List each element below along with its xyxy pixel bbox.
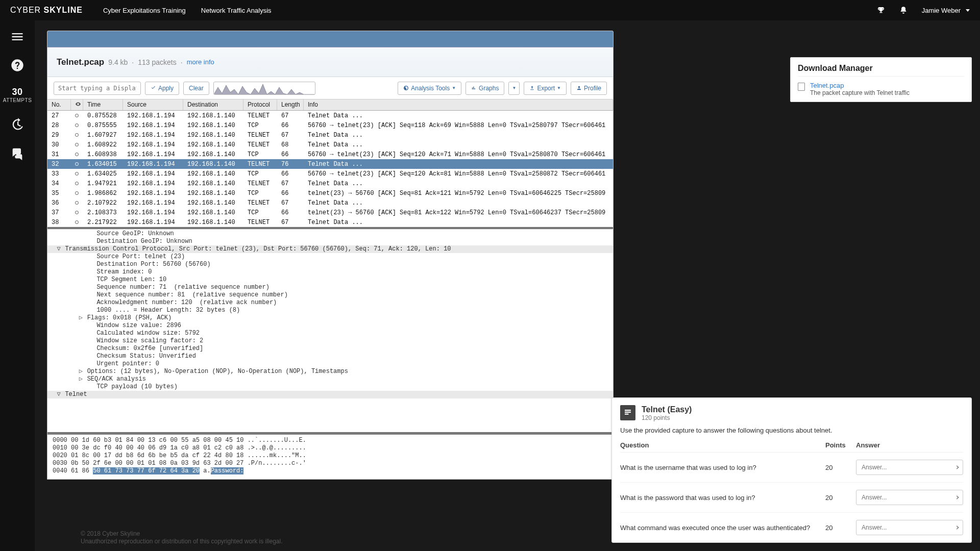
table-row[interactable]: 331.634025192.168.1.194192.168.1.140TCP6… xyxy=(47,169,613,179)
question-points: 20 xyxy=(825,524,856,532)
question-points: 20 xyxy=(825,494,856,502)
detail-line[interactable]: Source GeoIP: Unknown xyxy=(47,230,613,238)
detail-line[interactable]: Source Port: telnet (23) xyxy=(47,253,613,261)
detail-line[interactable]: Window size value: 2896 xyxy=(47,322,613,330)
hex-line[interactable]: 0010 00 3e dc f0 40 00 40 06 d9 1a c0 a8… xyxy=(53,444,608,452)
table-row[interactable]: 311.608938192.168.1.194192.168.1.140TCP6… xyxy=(47,149,613,159)
submit-arrow-icon[interactable] xyxy=(952,493,960,502)
question-text: What is the username that was used to lo… xyxy=(620,464,825,471)
chat-icon[interactable] xyxy=(10,146,24,160)
bell-icon[interactable] xyxy=(899,6,908,14)
submit-arrow-icon[interactable] xyxy=(952,523,960,532)
detail-line[interactable]: ▽ Telnet xyxy=(47,391,613,398)
detail-line[interactable]: TCP payload (10 bytes) xyxy=(47,383,613,391)
attempts-counter: 30 ATTEMPTS xyxy=(3,87,32,103)
file-icon xyxy=(798,83,805,91)
detail-line[interactable]: ▽ Transmission Control Protocol, Src Por… xyxy=(47,245,613,253)
analyzer-titlebar xyxy=(47,31,613,47)
analysis-tools-button[interactable]: Analysis Tools ▼ xyxy=(398,82,461,95)
graphs-button[interactable]: Graphs xyxy=(465,82,504,95)
side-rail: 30 ATTEMPTS xyxy=(0,20,35,551)
detail-line[interactable]: ▷ Options: (12 bytes), No-Operation (NOP… xyxy=(47,368,613,375)
nav-link-cyber-exploit[interactable]: Cyber Exploitations Training xyxy=(103,7,186,14)
detail-line[interactable]: TCP Segment Len: 10 xyxy=(47,276,613,284)
eye-icon xyxy=(75,101,81,107)
graphs-dropdown[interactable]: ▼ xyxy=(508,82,520,95)
answer-input[interactable] xyxy=(856,490,963,505)
nav-link-network-traffic[interactable]: Network Traffic Analysis xyxy=(201,7,272,14)
filename: Telnet.pcap xyxy=(57,57,104,67)
hex-line[interactable]: 0000 00 1d 60 b3 01 84 00 13 c6 00 55 a5… xyxy=(53,437,608,444)
table-row[interactable]: 341.947921192.168.1.194192.168.1.140TELN… xyxy=(47,179,613,188)
question-points: 20 xyxy=(825,464,856,471)
file-size: 9.4 kb xyxy=(108,58,128,66)
more-info-link[interactable]: more info xyxy=(187,58,214,66)
file-header: Telnet.pcap 9.4 kb · 113 packets · more … xyxy=(47,47,613,77)
menu-icon[interactable] xyxy=(10,30,24,44)
table-row[interactable]: 280.875555192.168.1.194192.168.1.140TCP6… xyxy=(47,120,613,130)
page-footer: © 2018 Cyber Skyline Unauthorized reprod… xyxy=(81,530,283,546)
detail-line[interactable]: ▷ SEQ/ACK analysis xyxy=(47,375,613,383)
detail-line[interactable]: Urgent pointer: 0 xyxy=(47,360,613,368)
challenge-icon xyxy=(620,405,635,420)
detail-line[interactable]: Destination GeoIP: Unknown xyxy=(47,238,613,245)
profile-button[interactable]: Profile xyxy=(571,82,607,95)
main-area: Telnet.pcap 9.4 kb · 113 packets · more … xyxy=(35,20,980,551)
detail-line[interactable]: Acknowledgment number: 120 (relative ack… xyxy=(47,299,613,307)
packet-details[interactable]: Source GeoIP: Unknown Destination GeoIP:… xyxy=(47,229,613,432)
detail-line[interactable]: Checksum: 0x2f6e [unverified] xyxy=(47,345,613,353)
hex-line[interactable]: 0040 61 86 50 61 73 73 77 6f 72 64 3a 20… xyxy=(53,467,608,475)
hex-line[interactable]: 0030 0b 50 2f 6e 00 00 01 01 08 0a 03 9d… xyxy=(53,460,608,467)
hex-dump[interactable]: 0000 00 1d 60 b3 01 84 00 13 c6 00 55 a5… xyxy=(47,434,613,479)
challenge-title: Telnet (Easy) xyxy=(642,405,692,414)
detail-line[interactable]: Next sequence number: 81 (relative seque… xyxy=(47,291,613,299)
question-row: What is the password that was used to lo… xyxy=(620,483,963,513)
apply-button[interactable]: Apply xyxy=(145,82,179,95)
table-row[interactable]: 382.217922192.168.1.194192.168.1.140TELN… xyxy=(47,217,613,227)
hex-line[interactable]: 0020 01 8c 00 17 dd b8 6d 6b be b5 da cf… xyxy=(53,452,608,460)
topbar: CYBER SKYLINE Cyber Exploitations Traini… xyxy=(0,0,980,20)
table-row[interactable]: 372.108373192.168.1.194192.168.1.140TCP6… xyxy=(47,208,613,217)
table-row[interactable]: 270.875528192.168.1.194192.168.1.140TELN… xyxy=(47,111,613,120)
table-row[interactable]: 301.608922192.168.1.194192.168.1.140TELN… xyxy=(47,140,613,149)
trophy-icon[interactable] xyxy=(877,6,885,14)
packet-analyzer: Telnet.pcap 9.4 kb · 113 packets · more … xyxy=(47,31,614,480)
table-row[interactable]: 321.634015192.168.1.194192.168.1.140TELN… xyxy=(47,159,613,169)
sparkline[interactable] xyxy=(213,82,315,95)
packet-count: 113 packets xyxy=(138,58,177,66)
display-filter-input[interactable] xyxy=(54,82,141,95)
packet-table-header: No. Time Source Destination Protocol Len… xyxy=(47,99,613,111)
detail-line[interactable]: Window size scaling factor: 2 xyxy=(47,337,613,345)
download-file-desc: The packet capture with Telnet traffic xyxy=(810,89,910,96)
help-icon[interactable] xyxy=(10,58,24,72)
answer-input[interactable] xyxy=(856,520,963,535)
export-button[interactable]: Export ▼ xyxy=(524,82,567,95)
detail-line[interactable]: Stream index: 0 xyxy=(47,268,613,276)
detail-line[interactable]: 1000 .... = Header Length: 32 bytes (8) xyxy=(47,307,613,314)
detail-line[interactable]: Sequence number: 71 (relative sequence n… xyxy=(47,284,613,291)
challenge-desc: Use the provided capture to answer the f… xyxy=(620,427,963,434)
challenge-points: 120 points xyxy=(642,414,692,421)
submit-arrow-icon[interactable] xyxy=(952,463,960,471)
question-row: What command was executed once the user … xyxy=(620,513,963,535)
user-menu[interactable]: Jamie Weber xyxy=(922,7,970,14)
detail-line[interactable]: Checksum Status: Unverified xyxy=(47,353,613,360)
detail-line[interactable]: Calculated window size: 5792 xyxy=(47,330,613,337)
challenge-panel: Telnet (Easy) 120 points Use the provide… xyxy=(611,397,972,543)
table-row[interactable]: 291.607927192.168.1.194192.168.1.140TELN… xyxy=(47,130,613,140)
clear-button[interactable]: Clear xyxy=(183,82,209,95)
packet-table-body[interactable]: 270.875528192.168.1.194192.168.1.140TELN… xyxy=(47,111,613,227)
detail-line[interactable]: ▷ Flags: 0x018 (PSH, ACK) xyxy=(47,314,613,322)
toolbar: Apply Clear Analysis Tools ▼ Graphs ▼ Ex… xyxy=(47,77,613,99)
question-text: What is the password that was used to lo… xyxy=(620,494,825,502)
detail-line[interactable]: Destination Port: 56760 (56760) xyxy=(47,261,613,268)
history-icon[interactable] xyxy=(10,117,24,132)
answer-input[interactable] xyxy=(856,460,963,475)
user-name: Jamie Weber xyxy=(922,7,961,14)
question-row: What is the username that was used to lo… xyxy=(620,453,963,483)
brand-logo[interactable]: CYBER SKYLINE xyxy=(10,6,83,15)
table-row[interactable]: 351.986862192.168.1.194192.168.1.140TCP6… xyxy=(47,188,613,198)
download-file-link[interactable]: Telnet.pcap xyxy=(810,82,910,89)
table-row[interactable]: 362.107922192.168.1.194192.168.1.140TELN… xyxy=(47,198,613,208)
caret-down-icon xyxy=(966,9,970,12)
